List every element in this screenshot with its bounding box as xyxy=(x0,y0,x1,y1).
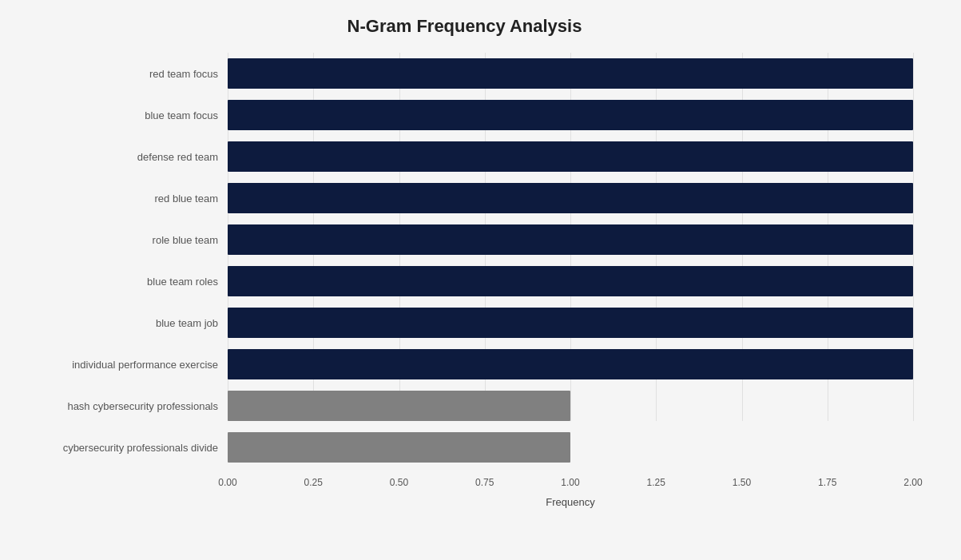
chart-title: N-Gram Frequency Analysis xyxy=(16,16,913,37)
bar-row: individual performance exercise xyxy=(16,344,913,385)
bar-fill xyxy=(228,391,570,421)
x-tick: 1.25 xyxy=(647,477,665,488)
x-tick: 0.75 xyxy=(475,477,494,488)
bar-row: red team focus xyxy=(16,53,913,94)
bar-label: individual performance exercise xyxy=(16,359,228,371)
bar-row: hash cybersecurity professionals xyxy=(16,385,913,427)
bar-fill xyxy=(228,58,913,89)
bar-label: cybersecurity professionals divide xyxy=(16,442,228,454)
grid-line xyxy=(913,53,914,421)
bar-fill xyxy=(228,224,913,255)
bar-row: blue team focus xyxy=(16,94,913,136)
bar-track xyxy=(228,266,913,296)
bar-row: red blue team xyxy=(16,177,913,219)
x-tick: 0.00 xyxy=(218,477,236,488)
bar-row: blue team job xyxy=(16,302,913,344)
x-tick: 1.00 xyxy=(561,477,579,488)
bar-track xyxy=(228,224,913,255)
bar-fill xyxy=(228,141,913,172)
bar-row: cybersecurity professionals divide xyxy=(16,427,913,468)
bar-row: blue team roles xyxy=(16,260,913,302)
bar-track xyxy=(228,141,913,172)
chart-container: N-Gram Frequency Analysis red team focus… xyxy=(0,0,961,560)
bar-label: blue team focus xyxy=(16,109,228,121)
bar-label: blue team roles xyxy=(16,276,228,288)
chart-area: red team focusblue team focusdefense red… xyxy=(16,53,913,453)
bar-track xyxy=(228,432,913,463)
bar-label: red team focus xyxy=(16,68,228,80)
bar-track xyxy=(228,391,913,421)
bar-label: blue team job xyxy=(16,317,228,329)
x-tick: 1.50 xyxy=(733,477,751,488)
bar-fill xyxy=(228,183,913,213)
x-axis-label: Frequency xyxy=(228,496,913,508)
bar-track xyxy=(228,58,913,89)
x-tick: 0.25 xyxy=(304,477,323,488)
bar-fill xyxy=(228,266,913,296)
bar-track xyxy=(228,100,913,130)
bar-fill xyxy=(228,432,570,463)
bar-label: role blue team xyxy=(16,234,228,246)
bar-row: role blue team xyxy=(16,219,913,260)
x-tick: 2.00 xyxy=(903,477,922,488)
x-tick: 1.75 xyxy=(818,477,836,488)
bar-fill xyxy=(228,100,913,130)
rows-area: red team focusblue team focusdefense red… xyxy=(16,53,913,472)
bar-track xyxy=(228,349,913,379)
bar-label: hash cybersecurity professionals xyxy=(16,400,228,412)
bar-label: defense red team xyxy=(16,151,228,163)
bar-row: defense red team xyxy=(16,136,913,177)
bar-track xyxy=(228,308,913,338)
bar-track xyxy=(228,183,913,213)
bar-fill xyxy=(228,349,913,379)
bar-label: red blue team xyxy=(16,193,228,205)
x-tick: 0.50 xyxy=(390,477,408,488)
bar-fill xyxy=(228,308,913,338)
